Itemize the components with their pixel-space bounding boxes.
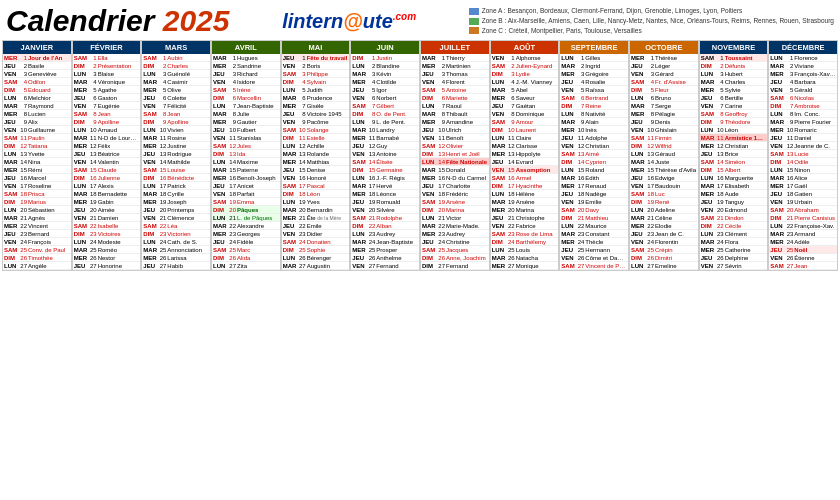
day-row: VEN16Honoré bbox=[282, 174, 350, 182]
day-row: DIM14Odile bbox=[769, 158, 837, 166]
day-row: DIM20Marina bbox=[421, 206, 489, 214]
day-row: LUN7Raoul bbox=[421, 102, 489, 110]
day-row: SAM21Dindon bbox=[700, 214, 768, 222]
day-row: MAR18Bernadette bbox=[73, 190, 141, 198]
day-row: MER27Monique bbox=[491, 262, 559, 270]
day-row: DIM22Alban bbox=[351, 222, 419, 230]
month-octobre: OCTOBRE MER1Thérèse JEU2Léger VEN3Gérard… bbox=[629, 40, 699, 271]
day-row: MER13Hippolyte bbox=[491, 150, 559, 158]
day-row: DIM25Sophie bbox=[282, 246, 350, 254]
day-row: SAM18Luc bbox=[630, 190, 698, 198]
day-row: MAR14Nina bbox=[3, 158, 71, 166]
day-row: JEU16Edwige bbox=[630, 174, 698, 182]
day-row: SAM8Geoffroy bbox=[700, 110, 768, 118]
day-row: DIM4Sylvain bbox=[282, 78, 350, 86]
day-row: MAR10Landry bbox=[351, 126, 419, 134]
day-row: MER5Agathe bbox=[73, 86, 141, 94]
day-row: DIM9Apolline bbox=[142, 118, 210, 126]
day-row: SAM27Jean bbox=[769, 262, 837, 270]
day-row: MER14Matthias bbox=[282, 158, 350, 166]
day-row: JEU13Béatrice bbox=[73, 150, 141, 158]
day-row: SAM5Irène bbox=[212, 86, 280, 94]
day-row: MER4Clotilde bbox=[351, 78, 419, 86]
day-row: MAR4Charles bbox=[700, 78, 768, 86]
day-row: MER26Nestor bbox=[73, 254, 141, 262]
day-row: DIM6Marcellin bbox=[212, 94, 280, 102]
day-row: LUN24Cath. de S. bbox=[142, 238, 210, 246]
day-row: LUN11Claire bbox=[491, 134, 559, 142]
day-row: SAM25Conv. de Paul bbox=[3, 246, 71, 254]
day-row: JEU11Adolphe bbox=[560, 134, 628, 142]
day-row: MER12Justine bbox=[142, 142, 210, 150]
day-row: VEN12Jeanne de C. bbox=[769, 142, 837, 150]
day-row: LUN10Arnaud bbox=[73, 126, 141, 134]
day-row: JEU24Fidèle bbox=[212, 238, 280, 246]
day-row: MAR22Marie-Made. bbox=[421, 222, 489, 230]
day-row: DIM5Fleur bbox=[630, 86, 698, 94]
day-row: JEU21Christophe bbox=[491, 214, 559, 222]
day-row: JEU20Printemps bbox=[142, 206, 210, 214]
day-row: SAM24Donatien bbox=[282, 238, 350, 246]
day-row: SAM15Louise bbox=[142, 166, 210, 174]
day-row: VEN9Pacôme bbox=[282, 118, 350, 126]
day-row: LUN1Gilles bbox=[560, 54, 628, 62]
day-row: JEU3Thomas bbox=[421, 70, 489, 78]
day-row: MAR25Annonciation bbox=[142, 246, 210, 254]
month-mai: MAI JEU1Fête du travail VEN2Boris SAM3Ph… bbox=[281, 40, 351, 271]
day-row: DIM12Wilfrid bbox=[630, 142, 698, 150]
month-novembre: NOVEMBRE SAM1Toussaint DIM2Défunts LUN3H… bbox=[699, 40, 769, 271]
day-row: LUN13Géraud bbox=[630, 150, 698, 158]
day-row: MAR8Julie bbox=[212, 110, 280, 118]
day-row: DIM9Théodore bbox=[700, 118, 768, 126]
day-row: JEU18Gatien bbox=[769, 190, 837, 198]
day-row: MER10Inès bbox=[560, 126, 628, 134]
day-row: VEN19Urbain bbox=[769, 198, 837, 206]
day-row: MER17Gaël bbox=[769, 182, 837, 190]
day-row: LUN7Jean-Baptiste bbox=[212, 102, 280, 110]
day-row: VEN26Étienne bbox=[769, 254, 837, 262]
day-row: VEN1Alphonse bbox=[491, 54, 559, 62]
day-row: SAM12Olivier bbox=[421, 142, 489, 150]
day-row: MER8Pélagie bbox=[630, 110, 698, 118]
day-row: LUN8Nativité bbox=[560, 110, 628, 118]
day-row: SAM1Aubin bbox=[142, 54, 210, 62]
day-row: JEU22Emile bbox=[282, 222, 350, 230]
day-row: JEU15Denise bbox=[282, 166, 350, 174]
day-row: MAR19Arsène bbox=[491, 198, 559, 206]
day-row: MAR27Augustin bbox=[282, 262, 350, 270]
day-row: LUN23Clément bbox=[700, 230, 768, 238]
day-row: VEN3Geneviève bbox=[3, 70, 71, 78]
day-row: LUN10Vivien bbox=[142, 126, 210, 134]
month-header-aout: AOÛT bbox=[491, 41, 559, 54]
month-janvier: JANVIER MER1Jour de l'An JEU2Basile VEN3… bbox=[2, 40, 72, 271]
day-row: SAM12Jules bbox=[212, 142, 280, 150]
day-row: VEN3Gérard bbox=[630, 70, 698, 78]
day-row: JEU8Victoire 1945 bbox=[282, 110, 350, 118]
day-row: SAM14Élisée bbox=[351, 158, 419, 166]
day-row: SAM19Emma bbox=[212, 198, 280, 206]
day-row: MER9Gautier bbox=[212, 118, 280, 126]
day-row: SAM11Paulin bbox=[3, 134, 71, 142]
day-row: VEN10Ghislain bbox=[630, 126, 698, 134]
day-row: SAM13Lucie bbox=[769, 150, 837, 158]
day-row: VEN5Gérald bbox=[769, 86, 837, 94]
day-row: MAR7Raymond bbox=[3, 102, 71, 110]
day-row: LUN3Blaise bbox=[73, 70, 141, 78]
day-row: SAM19Arsène bbox=[421, 198, 489, 206]
day-row: MER26Larissa bbox=[142, 254, 210, 262]
day-row: SAM3Philippe bbox=[282, 70, 350, 78]
day-row: MER18Léonce bbox=[351, 190, 419, 198]
day-row: DIM20Pâques bbox=[212, 206, 280, 214]
day-row: MAR11N-D de Lourdes bbox=[73, 134, 141, 142]
month-fevrier: FÉVRIER SAM1Ella DIM2Présentation LUN3Bl… bbox=[72, 40, 142, 271]
day-row: JEU2Basile bbox=[3, 62, 71, 70]
day-row: JEU17Anicet bbox=[212, 182, 280, 190]
day-row: JEU9Alix bbox=[3, 118, 71, 126]
day-row: MAR18Cyrille bbox=[142, 190, 210, 198]
day-row: VEN26Côme et Damien bbox=[560, 254, 628, 262]
day-row: MER25Catherine bbox=[700, 246, 768, 254]
day-row: LUN21L. de Pâques bbox=[212, 214, 280, 222]
day-row: DIM3Lydie bbox=[491, 70, 559, 78]
day-row: MAR1Thierry bbox=[421, 54, 489, 62]
day-row: VEN7Félicité bbox=[142, 102, 210, 110]
